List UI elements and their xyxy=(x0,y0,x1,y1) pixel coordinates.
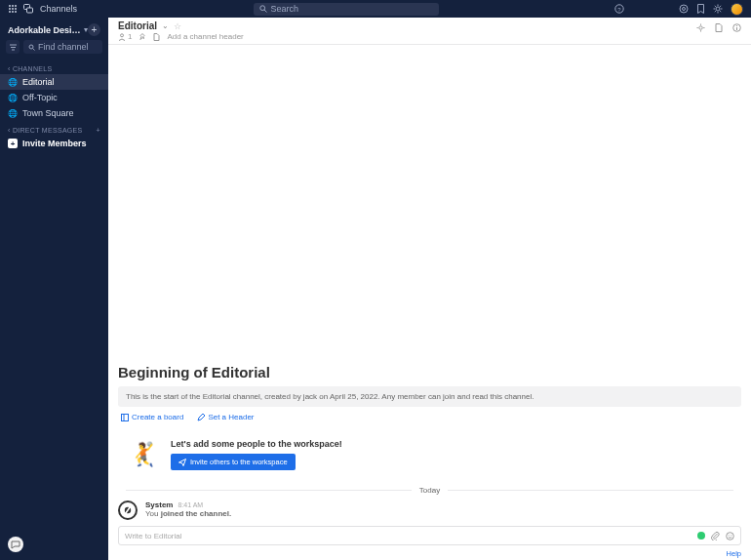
beginning-title: Beginning of Editorial xyxy=(118,364,741,380)
composer-placeholder: Write to Editorial xyxy=(125,532,182,540)
status-indicator xyxy=(697,532,705,540)
channels-section-header[interactable]: ‹ CHANNELS xyxy=(0,60,108,74)
attachment-icon[interactable] xyxy=(711,532,720,540)
create-board-link[interactable]: Create a board xyxy=(121,413,183,421)
svg-rect-10 xyxy=(27,8,33,13)
pinned-icon[interactable] xyxy=(138,33,146,41)
sidebar-item-townsquare[interactable]: 🌐 Town Square xyxy=(0,105,108,121)
invite-others-button[interactable]: Invite others to the workspace xyxy=(171,454,296,470)
invite-prompt: Let's add some people to the workspace! xyxy=(171,439,342,449)
svg-point-29 xyxy=(29,45,33,49)
svg-line-25 xyxy=(715,11,716,12)
sidebar-item-label: Town Square xyxy=(22,108,74,118)
channel-title[interactable]: Editorial xyxy=(118,20,157,31)
topbar: Channels Search ? xyxy=(0,0,751,18)
svg-point-8 xyxy=(15,11,17,13)
app-menu-icon[interactable] xyxy=(8,4,18,14)
svg-point-7 xyxy=(12,11,14,13)
message-text: You joined the channel. xyxy=(145,509,231,518)
svg-point-44 xyxy=(727,532,734,540)
svg-line-24 xyxy=(720,6,721,7)
svg-point-32 xyxy=(699,26,702,29)
svg-point-11 xyxy=(259,6,264,11)
pencil-icon xyxy=(197,414,205,421)
sidebar-item-editorial[interactable]: 🌐 Editorial xyxy=(0,74,108,90)
find-channel-input[interactable]: Find channel xyxy=(23,40,102,54)
svg-point-1 xyxy=(12,5,14,7)
search-icon xyxy=(259,5,267,13)
svg-point-45 xyxy=(729,535,730,536)
date-separator: Today xyxy=(118,486,741,495)
channel-filter-button[interactable] xyxy=(6,40,20,54)
search-placeholder: Search xyxy=(271,4,299,14)
svg-point-46 xyxy=(731,535,731,536)
members-count[interactable]: 1 xyxy=(118,32,132,41)
svg-line-30 xyxy=(33,48,35,50)
svg-rect-40 xyxy=(122,414,129,420)
channels-product-icon[interactable] xyxy=(23,4,34,15)
svg-text:?: ? xyxy=(617,7,621,13)
global-search[interactable]: Search xyxy=(254,3,439,16)
svg-point-16 xyxy=(683,8,686,11)
svg-point-0 xyxy=(9,5,11,7)
channel-header: Editorial ⌄ ☆ 1 Add a channel header xyxy=(108,18,751,45)
invite-card: 🤾 Let's add some people to the workspace… xyxy=(118,433,741,476)
message-user: System xyxy=(145,500,173,509)
system-avatar xyxy=(118,500,138,520)
board-icon xyxy=(121,414,129,421)
svg-point-6 xyxy=(9,11,11,13)
svg-point-17 xyxy=(716,7,720,11)
svg-point-3 xyxy=(9,8,11,10)
user-avatar[interactable] xyxy=(731,3,743,16)
dm-section-header[interactable]: ‹ DIRECT MESSAGES + xyxy=(0,121,108,136)
globe-icon: 🌐 xyxy=(8,94,18,102)
svg-point-38 xyxy=(736,25,737,26)
message-time: 8:41 AM xyxy=(178,501,203,508)
wave-illustration: 🤾 xyxy=(128,439,159,470)
files-icon[interactable] xyxy=(153,33,160,41)
invite-members-label: Invite Members xyxy=(22,139,87,148)
search-icon xyxy=(28,44,35,51)
saved-icon[interactable] xyxy=(696,4,705,14)
workspace-switcher[interactable]: Adorkable Desig... xyxy=(8,25,84,35)
system-message: System 8:41 AM You joined the channel. xyxy=(118,499,741,526)
settings-icon[interactable] xyxy=(713,4,723,14)
sidebar-item-label: Off-Topic xyxy=(22,93,58,102)
add-channel-button[interactable]: + xyxy=(88,23,100,36)
channel-files-icon[interactable] xyxy=(715,23,723,32)
svg-point-4 xyxy=(12,8,14,10)
sidebar: Adorkable Desig... ▾ + Find channel ‹ CH… xyxy=(0,18,108,560)
globe-icon: 🌐 xyxy=(8,78,18,87)
plus-icon: + xyxy=(8,139,18,148)
sidebar-item-offtopic[interactable]: 🌐 Off-Topic xyxy=(0,90,108,105)
channel-body: Beginning of Editorial This is the start… xyxy=(108,45,751,526)
set-header-link[interactable]: Set a Header xyxy=(197,413,254,421)
add-dm-button[interactable]: + xyxy=(97,127,100,134)
favorite-icon[interactable]: ☆ xyxy=(174,21,181,31)
message-composer[interactable]: Write to Editorial xyxy=(118,526,741,545)
svg-point-15 xyxy=(680,5,688,13)
find-channel-placeholder: Find channel xyxy=(38,42,89,52)
mentions-icon[interactable] xyxy=(679,4,689,14)
intro-description: This is the start of the Editorial chann… xyxy=(118,386,741,407)
svg-line-12 xyxy=(264,10,267,13)
floating-action-button[interactable] xyxy=(8,537,23,552)
chevron-down-icon[interactable]: ⌄ xyxy=(162,21,169,30)
emoji-icon[interactable] xyxy=(726,532,734,540)
svg-line-22 xyxy=(715,6,716,7)
help-icon[interactable]: ? xyxy=(614,4,624,14)
svg-point-31 xyxy=(121,33,124,36)
svg-line-23 xyxy=(720,11,721,12)
add-header-link[interactable]: Add a channel header xyxy=(167,32,243,41)
app-label: Channels xyxy=(40,4,77,14)
help-link[interactable]: Help xyxy=(108,549,751,560)
send-icon xyxy=(178,459,186,466)
sidebar-item-label: Editorial xyxy=(22,77,55,87)
invite-members-item[interactable]: + Invite Members xyxy=(0,136,108,151)
channel-settings-icon[interactable] xyxy=(696,23,705,32)
globe-icon: 🌐 xyxy=(8,109,18,118)
svg-point-5 xyxy=(15,8,17,10)
svg-point-2 xyxy=(15,5,17,7)
channel-info-icon[interactable] xyxy=(732,23,741,32)
